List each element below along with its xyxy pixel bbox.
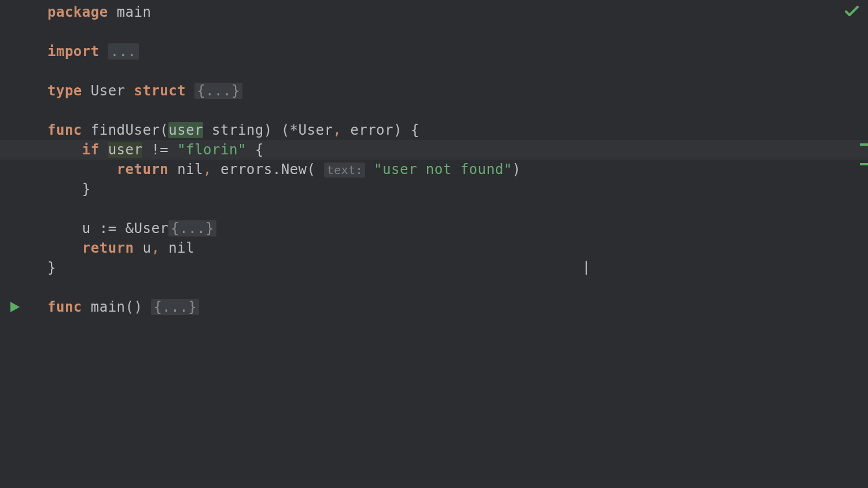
brace: } xyxy=(82,181,91,197)
brace: { xyxy=(255,142,264,158)
keyword-func: func xyxy=(47,299,82,315)
text-cursor xyxy=(586,261,587,275)
param-name: user xyxy=(168,122,203,138)
assignment: u := & xyxy=(82,220,134,236)
code-line[interactable] xyxy=(47,101,868,120)
nil: nil xyxy=(168,240,194,256)
keyword-struct: struct xyxy=(134,83,186,99)
paren: ( xyxy=(160,122,168,138)
change-marker[interactable] xyxy=(860,143,868,146)
run-icon[interactable] xyxy=(10,302,20,312)
indent xyxy=(47,161,117,178)
space xyxy=(108,4,117,20)
change-marker[interactable] xyxy=(860,163,868,165)
var-ref: user xyxy=(108,142,143,158)
space xyxy=(100,142,108,158)
indent xyxy=(47,142,82,158)
space xyxy=(203,122,212,138)
paren: ) xyxy=(264,122,273,138)
keyword-package: package xyxy=(47,4,108,20)
func-name: findUser xyxy=(91,122,160,138)
code-lines[interactable]: package main import ... type User struct… xyxy=(47,2,868,317)
keyword-return: return xyxy=(117,161,169,178)
code-line[interactable]: u := &User{...} xyxy=(47,219,868,238)
space xyxy=(402,122,411,138)
code-line[interactable]: import ... xyxy=(47,42,868,61)
param-type: string xyxy=(212,122,264,138)
code-line[interactable]: func main() {...} xyxy=(47,297,868,317)
indent xyxy=(47,240,82,256)
fold-placeholder[interactable]: {...} xyxy=(151,299,199,315)
space xyxy=(134,240,143,256)
space xyxy=(160,240,168,256)
space xyxy=(82,122,91,138)
space xyxy=(273,122,281,138)
keyword-func: func xyxy=(47,122,82,138)
code-line[interactable]: return u, nil xyxy=(47,238,868,258)
code-line[interactable]: func findUser(user string) (*User, error… xyxy=(47,120,868,140)
code-line[interactable] xyxy=(47,199,868,219)
comma: , xyxy=(151,240,160,256)
parens: () xyxy=(126,299,143,315)
type-name: User xyxy=(134,220,169,236)
error-type: error xyxy=(350,122,393,138)
space xyxy=(82,83,91,99)
space xyxy=(142,142,151,158)
indent xyxy=(47,220,82,236)
brace: } xyxy=(47,260,56,276)
keyword-type: type xyxy=(47,83,82,99)
analysis-ok-icon[interactable] xyxy=(845,5,859,21)
keyword-import: import xyxy=(47,43,100,60)
space xyxy=(168,142,177,158)
code-line[interactable] xyxy=(47,22,868,42)
brace: { xyxy=(411,122,420,138)
func-name: main xyxy=(91,299,126,315)
space xyxy=(247,142,255,158)
space xyxy=(365,161,374,178)
code-line[interactable]: package main xyxy=(47,2,868,22)
space xyxy=(341,122,350,138)
space xyxy=(142,299,151,315)
comma: , xyxy=(333,122,341,138)
space xyxy=(212,161,220,178)
space xyxy=(82,299,91,315)
gutter xyxy=(0,0,29,488)
space xyxy=(315,161,324,178)
string-literal: "user not found" xyxy=(374,161,512,178)
space xyxy=(100,43,108,60)
code-line[interactable]: } xyxy=(47,179,868,199)
code-line[interactable] xyxy=(47,278,868,297)
package-name: main xyxy=(117,4,152,20)
space xyxy=(168,161,177,178)
var-ref: u xyxy=(142,240,151,256)
operator: != xyxy=(151,142,168,158)
keyword-return: return xyxy=(82,240,134,256)
svg-marker-0 xyxy=(10,302,20,312)
fold-placeholder[interactable]: ... xyxy=(108,43,139,60)
code-line[interactable]: type User struct {...} xyxy=(47,81,868,101)
fold-placeholder[interactable]: {...} xyxy=(194,83,242,99)
return-open: (* xyxy=(281,122,299,138)
space xyxy=(186,83,194,99)
code-editor[interactable]: package main import ... type User struct… xyxy=(0,0,868,488)
return-type: User xyxy=(299,122,333,138)
paren: ) xyxy=(512,161,521,178)
call-expr: errors.New( xyxy=(220,161,315,178)
fold-placeholder[interactable]: {...} xyxy=(168,220,216,236)
keyword-if: if xyxy=(82,142,100,158)
code-line[interactable] xyxy=(47,61,868,81)
space xyxy=(126,83,134,99)
string-literal: "florin" xyxy=(177,142,247,158)
code-line[interactable]: } xyxy=(47,258,868,278)
comma: , xyxy=(203,161,212,178)
inlay-hint: text: xyxy=(324,162,365,178)
nil: nil xyxy=(177,161,203,178)
code-line[interactable]: if user != "florin" { xyxy=(47,140,868,160)
return-close: ) xyxy=(393,122,402,138)
type-name: User xyxy=(91,83,126,99)
indent xyxy=(47,181,82,197)
code-line[interactable]: return nil, errors.New( text: "user not … xyxy=(47,160,868,179)
